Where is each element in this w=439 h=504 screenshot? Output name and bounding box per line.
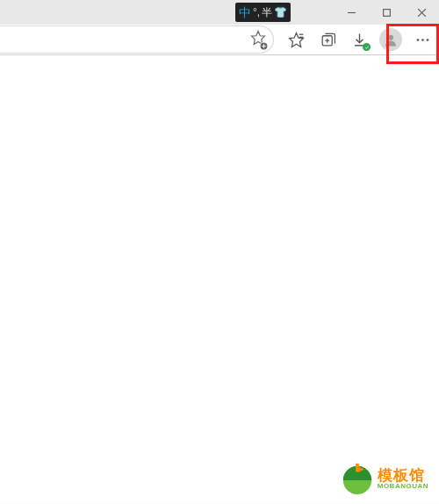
svg-point-18	[421, 39, 424, 41]
profile-button[interactable]	[376, 26, 406, 53]
window-titlebar	[0, 0, 439, 25]
collections-icon	[320, 32, 336, 48]
watermark-name-en: MOBANGUAN	[378, 483, 428, 490]
downloads-button[interactable]	[344, 26, 374, 53]
settings-menu-button[interactable]	[407, 26, 437, 53]
minimize-button[interactable]	[334, 0, 369, 25]
svg-marker-8	[289, 32, 303, 47]
favorite-add-button[interactable]	[250, 30, 266, 49]
close-button[interactable]	[404, 0, 439, 25]
ime-status-bar: 中 °, 半 👕	[235, 3, 291, 22]
ime-mode: 中	[239, 6, 251, 18]
address-bar[interactable]	[0, 25, 274, 54]
svg-point-17	[416, 39, 419, 41]
maximize-button[interactable]	[369, 0, 404, 25]
minimize-icon	[347, 8, 356, 18]
check-icon	[364, 45, 370, 50]
plus-badge-icon	[260, 42, 268, 50]
svg-point-16	[388, 35, 393, 40]
watermark: 模板馆 MOBANGUAN	[341, 462, 428, 495]
browser-toolbar	[0, 25, 439, 55]
favorites-button[interactable]	[281, 26, 311, 53]
ime-punct: °,	[253, 6, 260, 18]
svg-point-19	[426, 39, 428, 41]
avatar	[379, 28, 402, 51]
collections-button[interactable]	[313, 26, 342, 53]
watermark-logo-icon	[341, 462, 374, 495]
profile-icon	[383, 32, 399, 47]
download-complete-badge	[363, 43, 371, 51]
ime-width: 半	[262, 5, 272, 20]
more-icon	[414, 32, 431, 48]
ime-extra: 👕	[274, 6, 287, 18]
page-content	[0, 55, 439, 503]
close-icon	[417, 8, 427, 18]
svg-rect-1	[383, 9, 390, 16]
watermark-name-cn: 模板馆	[378, 468, 428, 483]
maximize-icon	[382, 8, 392, 18]
favorites-icon	[288, 32, 305, 48]
